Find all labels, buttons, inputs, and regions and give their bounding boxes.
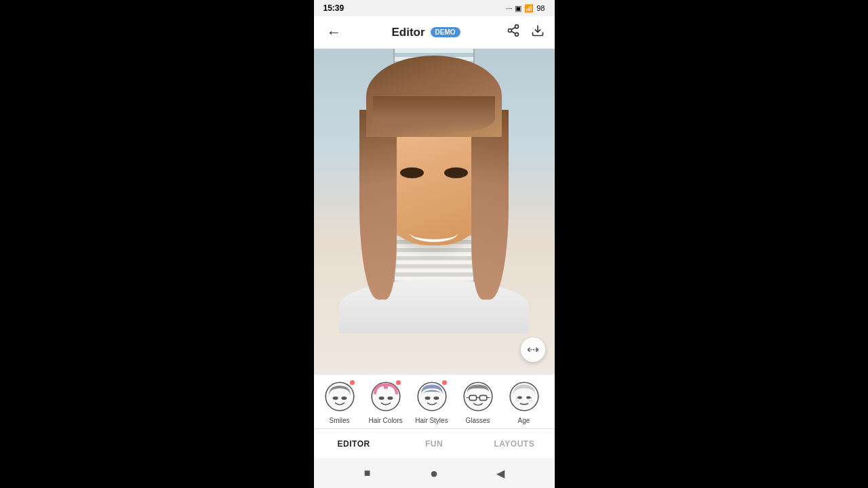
age-icon-wrapper (507, 379, 542, 414)
nav-title: Editor (391, 26, 425, 39)
share-button[interactable] (507, 24, 520, 41)
glasses-label: Glasses (465, 417, 490, 424)
wifi-icon: 📶 (524, 4, 534, 13)
svg-line-4 (512, 27, 516, 29)
tool-glasses[interactable]: Glasses (455, 376, 501, 427)
tab-editor-label: EDITOR (338, 439, 370, 449)
signal-dots-icon: ··· (506, 4, 512, 12)
sim-icon: ▣ (515, 4, 521, 13)
status-time: 15:39 (323, 3, 344, 13)
back-button[interactable]: ← (323, 24, 345, 41)
circle-icon: ● (430, 466, 438, 481)
photo-area (314, 49, 555, 374)
hair-colors-dot (396, 380, 401, 385)
triangle-icon: ◀ (496, 467, 505, 480)
tool-age[interactable]: Age (501, 376, 547, 427)
status-bar: 15:39 ··· ▣ 📶 98 (314, 0, 555, 16)
glasses-icon-wrapper (460, 379, 496, 414)
tab-layouts[interactable]: LAYOUTS (474, 429, 554, 458)
status-icons: ··· ▣ 📶 98 (506, 4, 545, 13)
svg-point-13 (387, 396, 393, 400)
eye-right (444, 167, 468, 178)
tab-fun[interactable]: FUN (394, 429, 474, 458)
svg-line-3 (512, 31, 516, 33)
tab-bar: EDITOR FUN LAYOUTS (314, 428, 555, 458)
hair-colors-label: Hair Colors (368, 417, 402, 424)
eye-left (400, 167, 424, 178)
svg-point-1 (509, 29, 512, 33)
nav-bar: ← Editor DEMO (314, 16, 555, 49)
hair-side-left (359, 110, 397, 300)
compare-handle[interactable] (521, 338, 545, 362)
svg-point-0 (515, 25, 519, 28)
tool-hair-colors[interactable]: Hair Colors (363, 376, 409, 427)
tool-hair-styles[interactable]: Hair Styles (409, 376, 455, 427)
photo-placeholder (314, 49, 555, 374)
smiles-dot (350, 380, 355, 385)
tool-panel: Smiles Hair Colors (314, 374, 555, 428)
nav-title-group: Editor DEMO (391, 26, 460, 39)
svg-point-12 (378, 396, 384, 400)
svg-rect-11 (383, 384, 387, 389)
smiles-label: Smiles (329, 417, 349, 424)
tool-smiles[interactable]: Smiles (317, 376, 363, 427)
demo-badge: DEMO (431, 27, 460, 37)
bottom-nav: ■ ● ◀ (314, 458, 555, 488)
svg-point-16 (433, 396, 439, 400)
smiles-icon-wrapper (322, 379, 357, 414)
age-label: Age (518, 417, 530, 424)
back-nav-button[interactable]: ◀ (491, 464, 510, 483)
svg-point-15 (425, 396, 430, 400)
hair-colors-icon-wrapper (368, 379, 403, 414)
svg-point-24 (517, 396, 521, 399)
hair-bangs (373, 96, 495, 134)
battery-icon: 98 (536, 4, 545, 12)
hair-styles-icon-wrapper (414, 379, 450, 414)
svg-point-8 (332, 396, 338, 400)
shoulders (339, 279, 529, 333)
mouth (410, 225, 458, 242)
hair-styles-dot (442, 380, 447, 385)
face-container (353, 56, 515, 333)
tab-fun-label: FUN (425, 439, 443, 449)
svg-point-9 (341, 396, 347, 400)
svg-point-25 (526, 396, 530, 399)
square-icon: ■ (364, 467, 371, 479)
tab-editor[interactable]: EDITOR (314, 429, 394, 458)
nav-actions (507, 24, 545, 41)
tab-layouts-label: LAYOUTS (494, 439, 534, 449)
home-button[interactable]: ■ (358, 464, 377, 483)
phone-frame: 15:39 ··· ▣ 📶 98 ← Editor DEMO (314, 0, 555, 488)
svg-point-2 (515, 33, 519, 36)
hair-styles-label: Hair Styles (415, 417, 448, 424)
download-button[interactable] (531, 24, 545, 41)
recents-button[interactable]: ● (425, 464, 443, 483)
hair-side-right (471, 110, 509, 300)
